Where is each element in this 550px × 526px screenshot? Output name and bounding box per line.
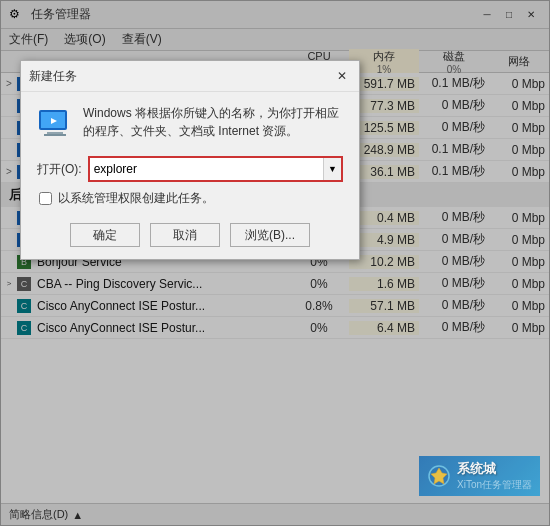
dialog-cancel-button[interactable]: 取消 [150,223,220,247]
new-task-dialog: 新建任务 ✕ Windows 将根据你所键入的名称，为你打开相应的程序、文件夹、… [20,60,360,260]
dialog-open-input[interactable] [90,160,323,178]
dialog-title-bar: 新建任务 ✕ [21,61,359,92]
dialog-close-button[interactable]: ✕ [333,67,351,85]
dialog-buttons: 确定 取消 浏览(B)... [37,223,343,247]
svg-rect-3 [44,134,66,136]
dialog-ok-button[interactable]: 确定 [70,223,140,247]
dialog-input-wrap: ▼ [88,156,343,182]
watermark-main-text: 系统城 [457,460,532,478]
dialog-browse-button[interactable]: 浏览(B)... [230,223,310,247]
watermark: 系统城 XiTon任务管理器 [419,456,540,496]
dialog-checkbox-row: 以系统管理权限创建此任务。 [37,190,343,207]
dialog-admin-checkbox[interactable] [39,192,52,205]
watermark-icon [427,464,451,488]
watermark-box: 系统城 XiTon任务管理器 [419,456,540,496]
dialog-title: 新建任务 [29,68,77,85]
dialog-description: Windows 将根据你所键入的名称，为你打开相应的程序、文件夹、文档或 Int… [83,104,343,142]
watermark-sub-text: XiTon任务管理器 [457,478,532,492]
dialog-info-section: Windows 将根据你所键入的名称，为你打开相应的程序、文件夹、文档或 Int… [37,104,343,142]
dialog-checkbox-label: 以系统管理权限创建此任务。 [58,190,214,207]
dialog-open-row: 打开(O): ▼ [37,156,343,182]
dialog-run-icon [37,106,73,142]
dialog-body: Windows 将根据你所键入的名称，为你打开相应的程序、文件夹、文档或 Int… [21,92,359,259]
dialog-dropdown-button[interactable]: ▼ [323,158,341,180]
dialog-open-label: 打开(O): [37,161,82,178]
